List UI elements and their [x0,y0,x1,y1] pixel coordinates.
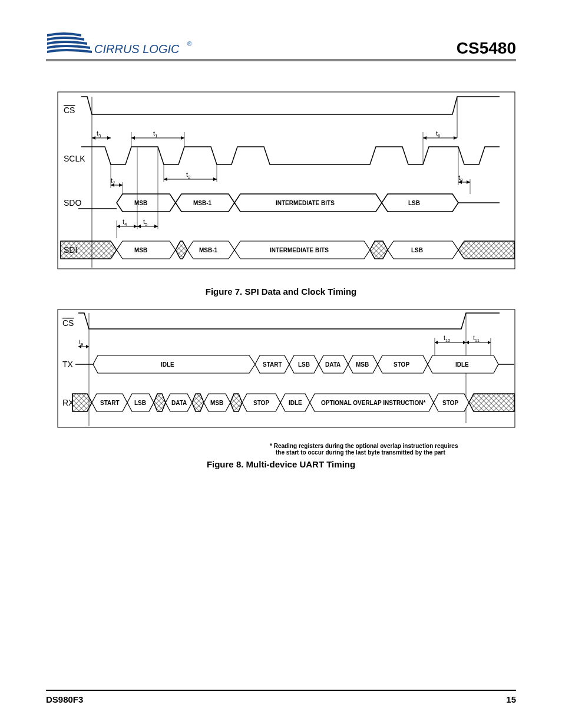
svg-text:t5: t5 [143,218,148,227]
svg-text:INTERMEDIATE BITS: INTERMEDIATE BITS [270,247,329,253]
svg-text:LSB: LSB [411,247,423,253]
svg-text:t10: t10 [444,334,450,342]
figure-8-caption: Figure 8. Multi-device UART Timing [46,459,516,469]
svg-text:MSB: MSB [356,361,369,368]
page-footer: DS980F3 15 [46,690,516,704]
svg-text:START: START [263,361,282,368]
svg-text:t11: t11 [473,334,480,342]
cs-label: CS [64,106,75,115]
svg-text:DATA: DATA [325,361,340,368]
svg-text:MSB-1: MSB-1 [199,247,218,253]
svg-text:STOP: STOP [442,400,458,406]
figure-7-container: CS t3 SCLK t1 [46,91,516,297]
part-number: CS5480 [457,39,516,58]
page-header: CIRRUS LOGIC ® CS5480 [46,29,516,61]
sdo-label: SDO [64,198,81,207]
svg-text:t3: t3 [97,130,101,139]
svg-text:INTERMEDIATE BITS: INTERMEDIATE BITS [276,200,335,206]
document-id: DS980F3 [46,694,83,704]
svg-text:t8: t8 [458,174,463,183]
spi-timing-diagram: CS t3 SCLK t1 [46,91,516,274]
svg-text:t7: t7 [111,177,115,186]
page-number: 15 [506,694,516,704]
company-name-text: CIRRUS LOGIC [94,42,180,55]
svg-text:IDLE: IDLE [455,361,469,368]
svg-text:LSB: LSB [134,400,146,406]
svg-text:IDLE: IDLE [161,361,174,368]
figure-8-footnote: * Reading registers during the optional … [270,443,516,456]
company-logo: CIRRUS LOGIC ® [46,29,199,58]
svg-text:LSB: LSB [298,361,310,368]
tx-label: TX [62,360,74,369]
figure-7-caption: Figure 7. SPI Data and Clock Timing [46,286,516,297]
svg-text:MSB: MSB [134,200,147,206]
datasheet-page: CIRRUS LOGIC ® CS5480 CS [0,0,562,728]
uart-timing-diagram: CS t9 t10 t11 [46,308,516,438]
svg-text:t6: t6 [436,130,441,139]
registered-mark: ® [187,41,192,47]
svg-text:STOP: STOP [253,400,269,406]
svg-text:t2: t2 [186,171,191,180]
svg-text:IDLE: IDLE [289,400,302,406]
svg-text:OPTIONAL OVERLAP INSTRUCTION*: OPTIONAL OVERLAP INSTRUCTION* [321,400,426,406]
svg-text:MSB-1: MSB-1 [193,200,212,206]
svg-text:t1: t1 [153,130,158,139]
svg-text:START: START [100,400,120,406]
svg-text:MSB: MSB [210,400,223,406]
svg-text:DATA: DATA [171,400,187,406]
figure-8-container: CS t9 t10 t11 [46,308,516,469]
svg-text:LSB: LSB [408,200,420,206]
cs-label-2: CS [62,318,74,328]
svg-text:MSB: MSB [134,247,147,253]
sclk-label: SCLK [64,154,85,163]
svg-text:t4: t4 [123,218,127,227]
svg-text:STOP: STOP [394,361,409,368]
